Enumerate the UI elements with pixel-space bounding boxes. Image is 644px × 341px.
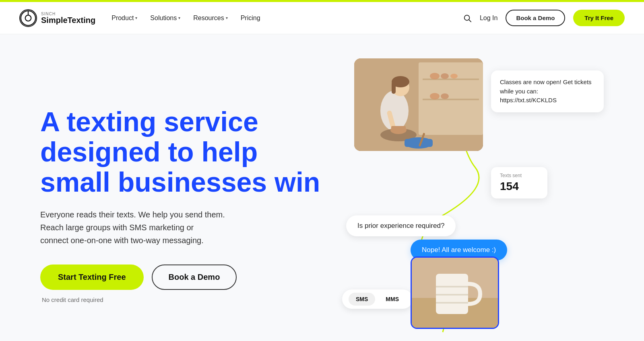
hero-visual: Classes are now open! Get tickets while …: [322, 34, 644, 341]
navbar-right: Log In Book a Demo Try It Free: [463, 10, 625, 26]
svg-point-10: [441, 73, 449, 79]
logo-icon: [19, 9, 37, 27]
start-texting-free-button[interactable]: Start Texting Free: [40, 265, 144, 290]
potter-photo-card: [354, 58, 483, 151]
svg-rect-23: [405, 139, 433, 147]
texts-sent-badge: Texts sent 154: [491, 167, 547, 198]
nav-link-pricing[interactable]: Pricing: [241, 14, 260, 22]
nav-link-solutions[interactable]: Solutions ▾: [150, 14, 180, 22]
mms-toggle-button[interactable]: MMS: [378, 293, 406, 306]
logo-text: sinch SimpleTexting: [41, 12, 95, 24]
svg-line-4: [469, 20, 471, 22]
svg-point-13: [441, 93, 449, 99]
book-demo-hero-button[interactable]: Book a Demo: [152, 265, 237, 290]
nav-links: Product ▾ Solutions ▾ Resources ▾ Pricin…: [111, 14, 260, 22]
svg-rect-8: [423, 99, 479, 100]
sms-toggle-button[interactable]: SMS: [349, 293, 375, 306]
svg-rect-28: [436, 286, 468, 287]
svg-rect-21: [391, 126, 406, 132]
hero-left: A texting service designed to help small…: [40, 58, 320, 341]
nav-link-resources[interactable]: Resources ▾: [193, 14, 227, 22]
potter-illustration: [354, 58, 483, 151]
svg-point-9: [430, 73, 440, 79]
question-bubble: Is prior experience required?: [346, 215, 456, 236]
logo[interactable]: sinch SimpleTexting: [19, 9, 95, 27]
nav-item-resources[interactable]: Resources ▾: [193, 14, 227, 22]
search-icon[interactable]: [463, 14, 472, 23]
nav-item-pricing[interactable]: Pricing: [241, 14, 260, 22]
photo-placeholder: [354, 58, 483, 151]
svg-rect-17: [392, 82, 396, 94]
no-credit-card-text: No credit card required: [42, 296, 320, 303]
svg-point-12: [430, 93, 440, 99]
svg-rect-30: [436, 302, 468, 304]
bottom-photo-card: [411, 256, 499, 329]
sms-message-bubble: Classes are now open! Get tickets while …: [491, 70, 604, 112]
logo-sinch: sinch: [41, 12, 95, 16]
hero-buttons: Start Texting Free Book a Demo: [40, 265, 320, 290]
texts-sent-label: Texts sent: [500, 173, 539, 178]
chevron-down-icon: ▾: [178, 16, 180, 20]
hero-subtext: Everyone reads their texts. We help you …: [40, 208, 274, 247]
sms-mms-toggle: SMS MMS: [342, 289, 413, 309]
chevron-down-icon: ▾: [226, 16, 228, 20]
svg-rect-29: [436, 294, 468, 296]
login-link[interactable]: Log In: [480, 14, 497, 22]
svg-point-11: [450, 74, 458, 79]
svg-rect-7: [423, 79, 479, 80]
try-it-free-button[interactable]: Try It Free: [573, 10, 625, 26]
hero-section: A texting service designed to help small…: [0, 34, 644, 341]
hero-heading: A texting service designed to help small…: [40, 107, 320, 197]
navbar: sinch SimpleTexting Product ▾ Solutions …: [0, 2, 644, 34]
nav-item-solutions[interactable]: Solutions ▾: [150, 14, 180, 22]
nav-item-product[interactable]: Product ▾: [111, 14, 137, 22]
logo-name: SimpleTexting: [41, 16, 95, 24]
nav-link-product[interactable]: Product ▾: [111, 14, 137, 22]
navbar-left: sinch SimpleTexting Product ▾ Solutions …: [19, 9, 260, 27]
texts-sent-number: 154: [500, 180, 539, 193]
logo-svg: [20, 9, 36, 27]
book-demo-button[interactable]: Book a Demo: [506, 10, 565, 26]
chevron-down-icon: ▾: [135, 16, 137, 20]
svg-point-1: [25, 15, 31, 21]
mug-illustration: [412, 258, 499, 329]
